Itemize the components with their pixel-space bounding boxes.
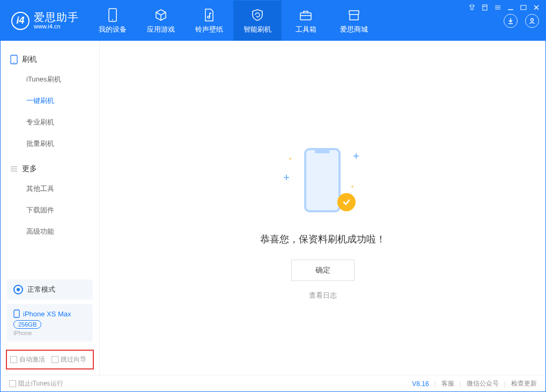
sidebar: 刷机 iTunes刷机 一键刷机 专业刷机 批量刷机 更多 其他工具 下载固件 … bbox=[1, 41, 100, 375]
checkbox-icon bbox=[9, 380, 16, 387]
check-icon bbox=[337, 193, 356, 211]
tab-my-device[interactable]: 我的设备 bbox=[88, 1, 137, 41]
checkbox-auto-activate[interactable]: 自动激活 bbox=[10, 355, 45, 364]
list-icon bbox=[10, 165, 18, 173]
device-panel: 正常模式 iPhone XS Max 256GB iPhone bbox=[7, 279, 93, 342]
shield-refresh-icon bbox=[250, 8, 265, 23]
tab-apps-games[interactable]: 应用游戏 bbox=[137, 1, 185, 41]
ctrl-notebook-icon[interactable] bbox=[481, 4, 489, 11]
tab-label: 爱思商城 bbox=[340, 25, 368, 34]
phone-icon bbox=[10, 55, 18, 64]
footer: 阻止iTunes运行 V8.16 | 客服 | 微信公众号 | 检查更新 bbox=[1, 375, 545, 392]
cube-icon bbox=[153, 8, 168, 23]
app-header: i4 爱思助手 www.i4.cn 我的设备 应用游戏 铃声壁纸 智能刷机 工具… bbox=[1, 1, 545, 41]
tab-label: 智能刷机 bbox=[244, 25, 271, 34]
sidebar-item-pro-flash[interactable]: 专业刷机 bbox=[1, 112, 99, 133]
sidebar-item-advanced[interactable]: 高级功能 bbox=[1, 221, 99, 242]
svg-rect-12 bbox=[300, 13, 311, 20]
svg-point-16 bbox=[13, 62, 14, 63]
mode-icon bbox=[13, 285, 23, 294]
view-log-link[interactable]: 查看日志 bbox=[309, 291, 337, 300]
top-tabs: 我的设备 应用游戏 铃声壁纸 智能刷机 工具箱 爱思商城 bbox=[88, 1, 378, 41]
tab-label: 铃声壁纸 bbox=[195, 25, 223, 34]
checkbox-icon bbox=[51, 356, 58, 363]
logo-icon: i4 bbox=[11, 12, 29, 30]
checkbox-label: 跳过向导 bbox=[61, 355, 86, 364]
app-url: www.i4.cn bbox=[34, 23, 79, 29]
svg-point-10 bbox=[112, 19, 113, 20]
sidebar-group-title: 刷机 bbox=[22, 55, 37, 64]
device-name: iPhone XS Max bbox=[23, 310, 71, 318]
app-title: 爱思助手 bbox=[34, 11, 79, 23]
checkbox-label: 阻止iTunes运行 bbox=[18, 379, 63, 388]
music-file-icon bbox=[202, 8, 217, 23]
sidebar-group-title: 更多 bbox=[22, 164, 37, 174]
ctrl-menu-icon[interactable] bbox=[494, 4, 501, 11]
svg-point-14 bbox=[531, 18, 534, 21]
logo[interactable]: i4 爱思助手 www.i4.cn bbox=[1, 1, 88, 41]
tab-label: 工具箱 bbox=[296, 25, 316, 34]
success-message: 恭喜您，保资料刷机成功啦！ bbox=[260, 233, 386, 246]
shop-icon bbox=[346, 8, 361, 23]
tab-shop[interactable]: 爱思商城 bbox=[330, 1, 378, 41]
tab-toolbox[interactable]: 工具箱 bbox=[282, 1, 330, 41]
success-panel: 恭喜您，保资料刷机成功啦！ 确定 查看日志 bbox=[100, 148, 545, 300]
account-button[interactable] bbox=[525, 14, 539, 28]
toolbox-icon bbox=[298, 8, 313, 23]
logo-text: 爱思助手 www.i4.cn bbox=[34, 11, 79, 29]
device-icon bbox=[105, 8, 120, 23]
version-label: V8.16 bbox=[412, 380, 429, 388]
device-mode-label: 正常模式 bbox=[27, 285, 55, 294]
sidebar-item-other-tools[interactable]: 其他工具 bbox=[1, 178, 99, 199]
sidebar-item-oneclick-flash[interactable]: 一键刷机 bbox=[1, 90, 99, 112]
download-button[interactable] bbox=[504, 14, 518, 28]
sidebar-item-itunes-flash[interactable]: iTunes刷机 bbox=[1, 69, 99, 90]
ctrl-tshirt-icon[interactable] bbox=[468, 4, 476, 11]
checkbox-block-itunes[interactable]: 阻止iTunes运行 bbox=[9, 379, 63, 388]
sidebar-item-download-firmware[interactable]: 下载固件 bbox=[1, 199, 99, 221]
sidebar-item-batch-flash[interactable]: 批量刷机 bbox=[1, 133, 99, 154]
footer-link-wechat[interactable]: 微信公众号 bbox=[467, 379, 499, 388]
checkbox-skip-guide[interactable]: 跳过向导 bbox=[51, 355, 86, 364]
tab-label: 我的设备 bbox=[99, 25, 127, 34]
svg-rect-20 bbox=[14, 310, 19, 317]
tab-ringtones-wallpapers[interactable]: 铃声壁纸 bbox=[185, 1, 233, 41]
body: 刷机 iTunes刷机 一键刷机 专业刷机 批量刷机 更多 其他工具 下载固件 … bbox=[1, 41, 545, 375]
main-content: 恭喜您，保资料刷机成功啦！ 确定 查看日志 bbox=[100, 41, 545, 375]
checkbox-label: 自动激活 bbox=[19, 355, 45, 364]
device-mode-box[interactable]: 正常模式 bbox=[7, 279, 93, 300]
ok-button[interactable]: 确定 bbox=[291, 260, 355, 281]
device-capacity: 256GB bbox=[13, 320, 41, 329]
footer-link-update[interactable]: 检查更新 bbox=[511, 379, 537, 388]
sidebar-group-flash: 刷机 bbox=[1, 50, 99, 69]
phone-icon bbox=[13, 309, 20, 318]
svg-rect-0 bbox=[483, 5, 487, 10]
phone-success-illustration bbox=[293, 148, 352, 218]
sidebar-group-more: 更多 bbox=[1, 160, 99, 178]
device-subtype: iPhone bbox=[13, 330, 86, 336]
footer-link-cs[interactable]: 客服 bbox=[441, 379, 454, 388]
header-right bbox=[504, 1, 539, 41]
svg-point-11 bbox=[208, 16, 210, 18]
checkbox-icon bbox=[10, 356, 17, 363]
device-info-box[interactable]: iPhone XS Max 256GB iPhone bbox=[7, 304, 93, 342]
highlighted-checkbox-area: 自动激活 跳过向导 bbox=[6, 350, 94, 369]
tab-label: 应用游戏 bbox=[147, 25, 175, 34]
tab-smart-flash[interactable]: 智能刷机 bbox=[233, 1, 282, 41]
